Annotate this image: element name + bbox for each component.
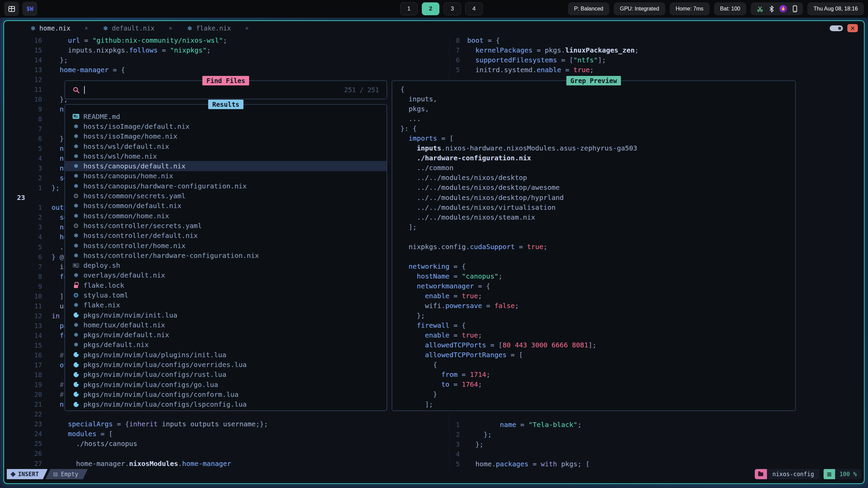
result-item[interactable]: ❄overlays/default.nix: [65, 270, 387, 280]
result-item[interactable]: ❄hosts/canopus/home.nix: [65, 171, 387, 181]
preview-line: };: [400, 311, 795, 321]
code-line: 27 home-manager.nixosModules.home-manage…: [4, 459, 449, 468]
result-item[interactable]: pkgs/nvim/nvim/lua/configs/rust.lua: [65, 370, 387, 380]
phone-icon[interactable]: [793, 5, 797, 12]
result-item[interactable]: pkgs/nvim/nvim/lua/configs/conform.lua: [65, 389, 387, 399]
tab-label: home.nix: [39, 24, 71, 32]
bluetooth-icon[interactable]: [769, 5, 774, 13]
preview-line: inputs,: [400, 95, 795, 105]
launcher-button[interactable]: [4, 2, 19, 16]
editor-region[interactable]: 16 url = "github:nix-community/nixos-wsl…: [4, 35, 864, 469]
find-files-prompt: Find Files 251 / 251: [64, 80, 387, 99]
preview-line: allowedTCPPortRanges = [: [400, 351, 795, 361]
results-title: Results: [208, 100, 243, 109]
preview-line: nixpkgs.config.cudaSupport = true;: [400, 243, 795, 252]
result-item[interactable]: ❄hosts/controller/default.nix: [65, 231, 387, 241]
result-item[interactable]: pkgs/nvim/nvim/lua/configs/go.lua: [65, 380, 387, 389]
toml-file-icon: ⚙: [73, 290, 79, 300]
tab-default.nix[interactable]: ❄default.nix×: [96, 21, 180, 35]
result-item[interactable]: ❄hosts/common/default.nix: [65, 201, 387, 211]
result-filename: hosts/controller/default.nix: [83, 231, 198, 240]
workspace-button-1[interactable]: 1: [400, 2, 418, 15]
result-item[interactable]: ⚙hosts/controller/secrets.yaml: [65, 221, 387, 230]
nix-file-icon: ❄: [73, 330, 79, 340]
nix-file-icon: ❄: [73, 171, 79, 181]
result-item[interactable]: ❄flake.nix: [65, 300, 387, 310]
preview-line: imports = [: [400, 134, 795, 144]
result-filename: flake.lock: [83, 281, 124, 289]
close-tab-icon[interactable]: ×: [85, 25, 88, 32]
toggle-switch[interactable]: [830, 25, 843, 31]
result-item[interactable]: ❄pkgs/nvim/default.nix: [65, 330, 387, 340]
result-item[interactable]: ❄hosts/canopus/hardware-configuration.ni…: [65, 181, 387, 191]
statusline: INSERT ▤ Empty nixos-config ≡ 100 %: [7, 469, 861, 479]
text-cursor: [84, 86, 85, 94]
result-item[interactable]: flake.lock: [65, 280, 387, 290]
result-filename: hosts/wsl/home.nix: [83, 152, 157, 160]
result-item[interactable]: pkgs/nvim/nvim/init.lua: [65, 310, 387, 320]
result-filename: home/tux/default.nix: [83, 321, 165, 329]
result-item[interactable]: >_deploy.sh: [65, 260, 387, 270]
close-tab-icon[interactable]: ×: [169, 25, 172, 32]
result-item[interactable]: ❄hosts/controller/home.nix: [65, 241, 387, 250]
result-item[interactable]: ❄hosts/isoImage/home.nix: [65, 131, 387, 141]
close-tab-icon[interactable]: ×: [245, 25, 249, 32]
window-controls: ×: [830, 24, 858, 32]
workspace-button-3[interactable]: 3: [443, 2, 461, 15]
preview-line: enable = true;: [400, 331, 795, 341]
buffer-indicator: ▤ Empty: [45, 469, 87, 479]
lua-file-icon: [73, 310, 79, 320]
nix-file-icon: ❄: [73, 320, 79, 330]
result-item[interactable]: ❄pkgs/default.nix: [65, 340, 387, 350]
code-line: 23 specialArgs = {inherit inputs outputs…: [4, 419, 449, 429]
result-item[interactable]: pkgs/nvim/nvim/lua/configs/overrides.lua: [65, 360, 387, 369]
nix-icon: ❄: [31, 25, 36, 32]
terminal-badge-button[interactable]: $W: [22, 2, 37, 16]
result-item[interactable]: ❄hosts/common/home.nix: [65, 211, 387, 221]
nix-icon: ❄: [187, 25, 192, 32]
result-item[interactable]: ⚙stylua.toml: [65, 290, 387, 300]
code-line: 3 };: [450, 440, 864, 449]
topbar-left: $W: [4, 2, 37, 16]
workspaces: 1234: [400, 2, 483, 15]
tab-flake.nix[interactable]: ❄flake.nix×: [180, 21, 257, 35]
status-module: GPU: Integrated: [614, 2, 665, 15]
preview-line: ../../modules/nixos/virtualisation: [400, 203, 795, 213]
preview-line: {: [400, 361, 795, 370]
result-filename: hosts/canopus/hardware-configuration.nix: [83, 182, 247, 190]
nix-file-icon: ❄: [73, 211, 79, 221]
terminal-icon: $W: [26, 5, 33, 12]
nix-file-icon: ❄: [73, 131, 79, 141]
result-item[interactable]: ❄hosts/canopus/default.nix: [65, 161, 387, 171]
result-item[interactable]: ❄hosts/isoImage/default.nix: [65, 121, 387, 131]
result-item[interactable]: ⚙hosts/common/secrets.yaml: [65, 191, 387, 201]
preview-line: ../../modules/nixos/desktop: [400, 174, 795, 183]
preview-line: enable = true;: [400, 292, 795, 302]
window-close-button[interactable]: ×: [847, 24, 858, 32]
preview-line: hostName = "canopus";: [400, 272, 795, 282]
nix-file-icon: ❄: [73, 340, 79, 350]
mode-indicator: INSERT: [7, 469, 47, 479]
clock[interactable]: Thu Aug 08, 18:16: [807, 2, 864, 15]
workspace-button-4[interactable]: 4: [465, 2, 483, 15]
workspace-button-2[interactable]: 2: [422, 2, 439, 15]
result-filename: pkgs/nvim/nvim/lua/configs/conform.lua: [83, 390, 239, 399]
lua-file-icon: [73, 380, 79, 389]
result-item[interactable]: ❄hosts/wsl/default.nix: [65, 141, 387, 151]
result-item[interactable]: ❄hosts/wsl/home.nix: [65, 151, 387, 161]
result-item[interactable]: pkgs/nvim/nvim/lua/plugins/init.lua: [65, 350, 387, 360]
code-line: 5 home.packages = with pkgs; [: [450, 459, 864, 469]
result-item[interactable]: ❄hosts/controller/hardware-configuration…: [65, 250, 387, 260]
lock-file-icon: [73, 280, 79, 290]
tab-home.nix[interactable]: ❄home.nix×: [24, 21, 96, 35]
firewall-icon[interactable]: [780, 5, 787, 13]
result-filename: deploy.sh: [83, 261, 120, 269]
result-item[interactable]: pkgs/nvim/nvim/lua/configs/lspconfig.lua: [65, 400, 387, 409]
result-item[interactable]: ❄home/tux/default.nix: [65, 320, 387, 330]
preview-line: [400, 233, 795, 243]
scissors-icon[interactable]: [756, 5, 764, 13]
result-item[interactable]: M↓README.md: [65, 111, 387, 121]
nix-icon: ❄: [103, 25, 108, 32]
result-filename: pkgs/nvim/nvim/lua/configs/go.lua: [83, 381, 218, 389]
result-filename: pkgs/nvim/nvim/lua/configs/overrides.lua: [83, 361, 247, 369]
